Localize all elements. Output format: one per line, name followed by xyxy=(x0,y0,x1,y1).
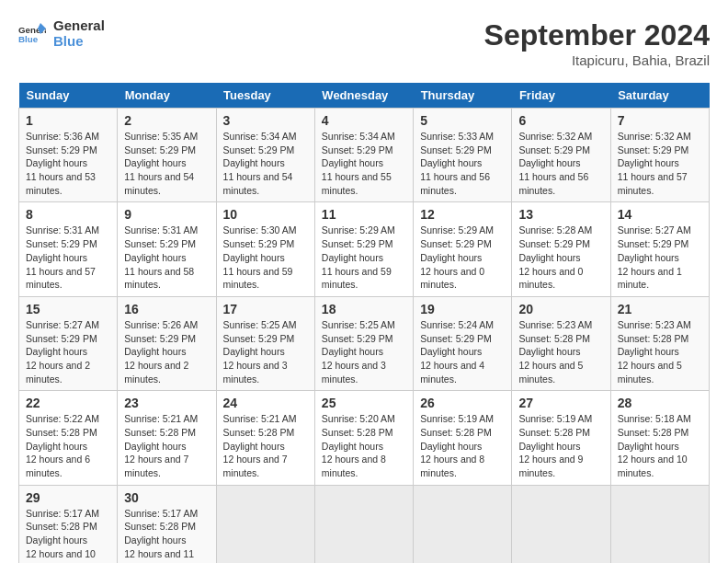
calendar-header-row: Sunday Monday Tuesday Wednesday Thursday… xyxy=(19,83,710,109)
header-sunday: Sunday xyxy=(19,83,118,109)
day-info: Sunrise: 5:32 AMSunset: 5:29 PMDaylight … xyxy=(618,130,702,197)
day-info: Sunrise: 5:31 AMSunset: 5:29 PMDaylight … xyxy=(26,224,110,291)
day-number: 10 xyxy=(223,207,308,222)
table-row: 19Sunrise: 5:24 AMSunset: 5:29 PMDayligh… xyxy=(414,296,512,390)
header-thursday: Thursday xyxy=(414,83,512,109)
day-number: 29 xyxy=(26,490,110,505)
day-info: Sunrise: 5:25 AMSunset: 5:29 PMDaylight … xyxy=(322,318,406,385)
table-row: 17Sunrise: 5:25 AMSunset: 5:29 PMDayligh… xyxy=(216,296,314,390)
header-tuesday: Tuesday xyxy=(216,83,314,109)
day-number: 30 xyxy=(124,490,209,505)
calendar-week-row: 22Sunrise: 5:22 AMSunset: 5:28 PMDayligh… xyxy=(19,391,710,485)
table-row: 9Sunrise: 5:31 AMSunset: 5:29 PMDaylight… xyxy=(118,202,216,296)
header-friday: Friday xyxy=(512,83,610,109)
day-number: 12 xyxy=(420,207,505,222)
calendar-week-row: 8Sunrise: 5:31 AMSunset: 5:29 PMDaylight… xyxy=(19,202,710,296)
day-info: Sunrise: 5:29 AMSunset: 5:29 PMDaylight … xyxy=(420,224,505,291)
table-row: 2Sunrise: 5:35 AMSunset: 5:29 PMDaylight… xyxy=(118,109,216,202)
day-info: Sunrise: 5:32 AMSunset: 5:29 PMDaylight … xyxy=(518,130,603,197)
day-number: 23 xyxy=(124,396,209,410)
day-number: 16 xyxy=(124,302,209,316)
header-saturday: Saturday xyxy=(610,83,709,109)
day-number: 13 xyxy=(518,207,603,222)
day-number: 2 xyxy=(124,113,209,128)
day-number: 5 xyxy=(420,113,505,128)
table-row: 5Sunrise: 5:33 AMSunset: 5:29 PMDaylight… xyxy=(414,109,512,202)
day-info: Sunrise: 5:26 AMSunset: 5:29 PMDaylight … xyxy=(124,318,209,385)
calendar-week-row: 29Sunrise: 5:17 AMSunset: 5:28 PMDayligh… xyxy=(19,485,710,563)
day-info: Sunrise: 5:22 AMSunset: 5:28 PMDaylight … xyxy=(26,412,110,479)
table-row: 20Sunrise: 5:23 AMSunset: 5:28 PMDayligh… xyxy=(512,296,610,390)
header-monday: Monday xyxy=(118,83,216,109)
day-number: 14 xyxy=(618,207,702,222)
table-row: 6Sunrise: 5:32 AMSunset: 5:29 PMDaylight… xyxy=(512,109,610,202)
day-number: 24 xyxy=(223,396,308,410)
day-info: Sunrise: 5:19 AMSunset: 5:28 PMDaylight … xyxy=(420,412,505,479)
table-row xyxy=(414,485,512,563)
day-info: Sunrise: 5:19 AMSunset: 5:28 PMDaylight … xyxy=(518,412,603,479)
table-row xyxy=(610,485,709,563)
table-row: 22Sunrise: 5:22 AMSunset: 5:28 PMDayligh… xyxy=(19,391,118,485)
table-row: 16Sunrise: 5:26 AMSunset: 5:29 PMDayligh… xyxy=(118,296,216,390)
day-info: Sunrise: 5:21 AMSunset: 5:28 PMDaylight … xyxy=(124,412,209,479)
day-number: 15 xyxy=(26,302,110,316)
location: Itapicuru, Bahia, Brazil xyxy=(484,52,710,68)
table-row: 7Sunrise: 5:32 AMSunset: 5:29 PMDaylight… xyxy=(610,109,709,202)
day-number: 3 xyxy=(223,113,308,128)
day-info: Sunrise: 5:36 AMSunset: 5:29 PMDaylight … xyxy=(26,130,110,197)
logo-general-text: General xyxy=(53,18,105,34)
day-info: Sunrise: 5:17 AMSunset: 5:28 PMDaylight … xyxy=(124,507,209,563)
day-number: 28 xyxy=(618,396,702,410)
day-number: 4 xyxy=(322,113,406,128)
day-info: Sunrise: 5:33 AMSunset: 5:29 PMDaylight … xyxy=(420,130,505,197)
day-info: Sunrise: 5:35 AMSunset: 5:29 PMDaylight … xyxy=(124,130,209,197)
logo-blue-text: Blue xyxy=(53,34,105,50)
day-number: 7 xyxy=(618,113,702,128)
day-info: Sunrise: 5:18 AMSunset: 5:28 PMDaylight … xyxy=(618,412,702,479)
day-number: 22 xyxy=(26,396,110,410)
day-number: 21 xyxy=(618,302,702,316)
calendar-week-row: 1Sunrise: 5:36 AMSunset: 5:29 PMDaylight… xyxy=(19,109,710,202)
table-row: 29Sunrise: 5:17 AMSunset: 5:28 PMDayligh… xyxy=(19,485,118,563)
title-block: September 2024 Itapicuru, Bahia, Brazil xyxy=(484,18,710,68)
day-info: Sunrise: 5:24 AMSunset: 5:29 PMDaylight … xyxy=(420,318,505,385)
day-info: Sunrise: 5:23 AMSunset: 5:28 PMDaylight … xyxy=(518,318,603,385)
table-row: 8Sunrise: 5:31 AMSunset: 5:29 PMDaylight… xyxy=(19,202,118,296)
table-row: 23Sunrise: 5:21 AMSunset: 5:28 PMDayligh… xyxy=(118,391,216,485)
day-info: Sunrise: 5:20 AMSunset: 5:28 PMDaylight … xyxy=(322,412,406,479)
day-info: Sunrise: 5:28 AMSunset: 5:29 PMDaylight … xyxy=(518,224,603,291)
day-number: 11 xyxy=(322,207,406,222)
table-row: 21Sunrise: 5:23 AMSunset: 5:28 PMDayligh… xyxy=(610,296,709,390)
header-wednesday: Wednesday xyxy=(314,83,413,109)
table-row: 15Sunrise: 5:27 AMSunset: 5:29 PMDayligh… xyxy=(19,296,118,390)
day-number: 20 xyxy=(518,302,603,316)
day-number: 26 xyxy=(420,396,505,410)
table-row: 12Sunrise: 5:29 AMSunset: 5:29 PMDayligh… xyxy=(414,202,512,296)
table-row: 30Sunrise: 5:17 AMSunset: 5:28 PMDayligh… xyxy=(118,485,216,563)
logo: General Blue General Blue xyxy=(18,18,105,49)
day-info: Sunrise: 5:31 AMSunset: 5:29 PMDaylight … xyxy=(124,224,209,291)
day-info: Sunrise: 5:21 AMSunset: 5:28 PMDaylight … xyxy=(223,412,308,479)
table-row: 24Sunrise: 5:21 AMSunset: 5:28 PMDayligh… xyxy=(216,391,314,485)
table-row: 13Sunrise: 5:28 AMSunset: 5:29 PMDayligh… xyxy=(512,202,610,296)
day-number: 19 xyxy=(420,302,505,316)
table-row xyxy=(512,485,610,563)
day-number: 8 xyxy=(26,207,110,222)
day-number: 1 xyxy=(26,113,110,128)
table-row xyxy=(216,485,314,563)
day-number: 17 xyxy=(223,302,308,316)
table-row: 3Sunrise: 5:34 AMSunset: 5:29 PMDaylight… xyxy=(216,109,314,202)
table-row: 27Sunrise: 5:19 AMSunset: 5:28 PMDayligh… xyxy=(512,391,610,485)
day-info: Sunrise: 5:34 AMSunset: 5:29 PMDaylight … xyxy=(322,130,406,197)
day-number: 25 xyxy=(322,396,406,410)
day-info: Sunrise: 5:27 AMSunset: 5:29 PMDaylight … xyxy=(26,318,110,385)
table-row xyxy=(314,485,413,563)
day-info: Sunrise: 5:17 AMSunset: 5:28 PMDaylight … xyxy=(26,507,110,563)
day-info: Sunrise: 5:27 AMSunset: 5:29 PMDaylight … xyxy=(618,224,702,291)
day-info: Sunrise: 5:25 AMSunset: 5:29 PMDaylight … xyxy=(223,318,308,385)
table-row: 25Sunrise: 5:20 AMSunset: 5:28 PMDayligh… xyxy=(314,391,413,485)
table-row: 1Sunrise: 5:36 AMSunset: 5:29 PMDaylight… xyxy=(19,109,118,202)
page-header: General Blue General Blue September 2024… xyxy=(18,18,710,68)
table-row: 26Sunrise: 5:19 AMSunset: 5:28 PMDayligh… xyxy=(414,391,512,485)
day-number: 18 xyxy=(322,302,406,316)
